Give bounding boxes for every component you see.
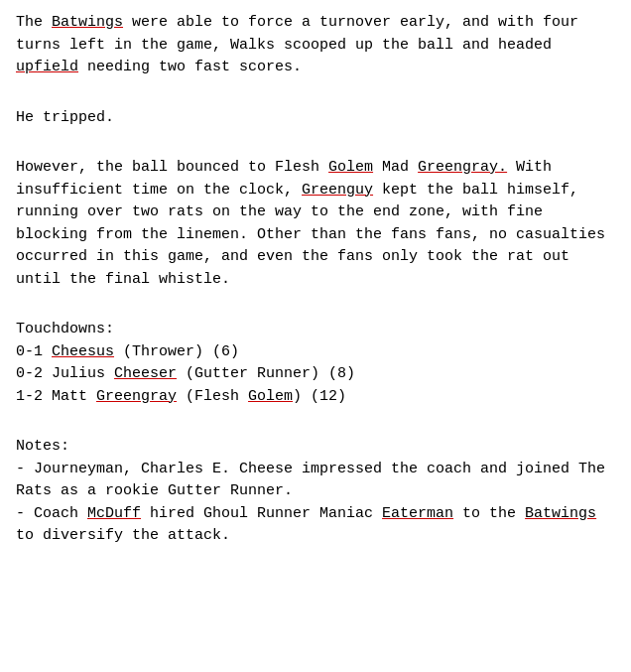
main-content: The Batwings were able to force a turnov…	[16, 12, 615, 548]
greengray-link-1: Greengray.	[418, 159, 507, 176]
golem-link-1: Golem	[328, 159, 373, 176]
touchdowns-label: Touchdowns:	[16, 319, 615, 341]
spacer-3	[16, 305, 615, 319]
eaterman-link: Eaterman	[382, 505, 453, 522]
upfield-link: upfield	[16, 59, 78, 75]
notes-label: Notes:	[16, 436, 615, 459]
batwings-link-2: Batwings	[525, 505, 596, 522]
touchdown-line-3: 1-2 Matt Greengray (Flesh Golem) (12)	[16, 386, 615, 409]
touchdown-line-1: 0-1 Cheesus (Thrower) (6)	[16, 341, 615, 364]
paragraph-2-text: He tripped.	[16, 109, 114, 126]
paragraph-2: He tripped.	[16, 107, 615, 130]
greenguy-link: Greenguy	[302, 182, 373, 199]
paragraph-3: However, the ball bounced to Flesh Golem…	[16, 157, 615, 291]
paragraph-1: The Batwings were able to force a turnov…	[16, 12, 615, 79]
spacer-1	[16, 93, 615, 107]
notes-line-2: - Coach McDuff hired Ghoul Runner Maniac…	[16, 503, 615, 548]
paragraph-1-text: The Batwings were able to force a turnov…	[16, 14, 578, 75]
mcduff-link: McDuff	[87, 505, 141, 522]
golem-link-2: Golem	[248, 388, 293, 405]
spacer-2	[16, 143, 615, 157]
cheeser-link: Cheeser	[114, 365, 177, 382]
batwings-link-1: Batwings	[52, 14, 123, 31]
touchdown-line-2: 0-2 Julius Cheeser (Gutter Runner) (8)	[16, 363, 615, 386]
greengray-link-2: Greengray	[96, 388, 177, 405]
spacer-4	[16, 422, 615, 436]
paragraph-3-text: However, the ball bounced to Flesh Golem…	[16, 159, 605, 288]
cheesus-link: Cheesus	[52, 343, 114, 360]
notes-line-1: - Journeyman, Charles E. Cheese impresse…	[16, 459, 615, 503]
touchdowns-section: Touchdowns: 0-1 Cheesus (Thrower) (6) 0-…	[16, 319, 615, 408]
notes-section: Notes: - Journeyman, Charles E. Cheese i…	[16, 436, 615, 548]
